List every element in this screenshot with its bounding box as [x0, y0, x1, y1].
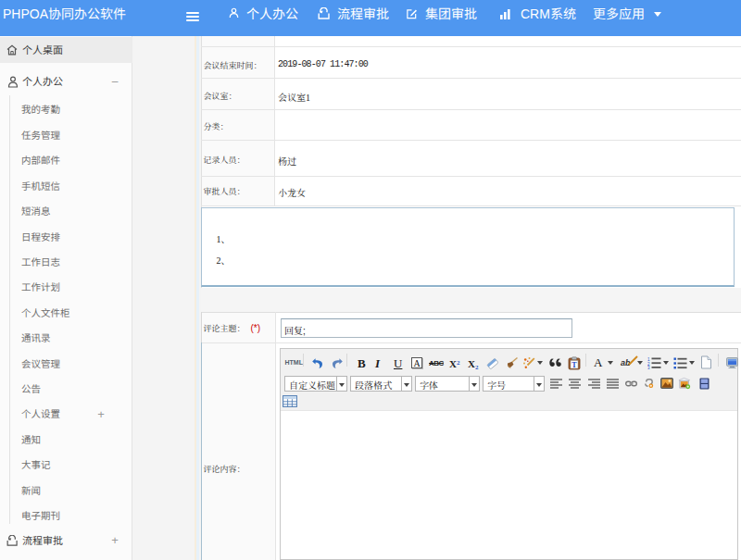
svg-text:T: T	[571, 361, 577, 369]
svg-text:3: 3	[647, 366, 650, 369]
